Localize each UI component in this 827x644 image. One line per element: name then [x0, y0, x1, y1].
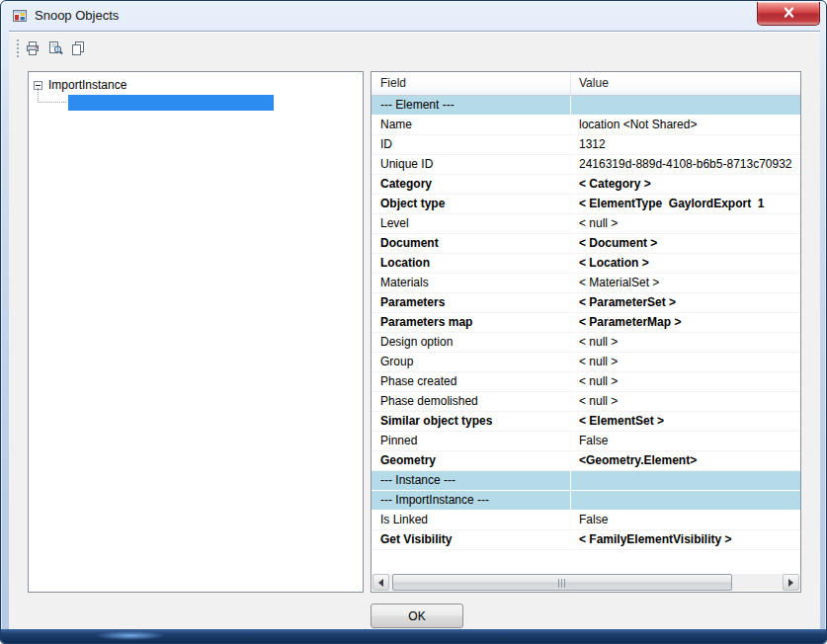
cell-field: Phase demolished [372, 392, 571, 412]
titlebar[interactable]: Snoop Objects [1, 1, 826, 31]
cell-field: Materials [372, 274, 571, 293]
print-icon [25, 40, 42, 56]
triangle-left-icon [378, 579, 383, 587]
window-bottom-frame [1, 629, 826, 643]
table-row[interactable]: --- ImportInstance --- [372, 491, 800, 511]
cell-value: < null > [571, 214, 800, 234]
cell-value: < null > [571, 353, 800, 372]
cell-value: 2416319d-889d-4108-b6b5-8713c70932 [571, 155, 800, 175]
tree-panel: ImportInstance < location <Not Shared> 1… [28, 71, 364, 593]
table-row[interactable]: Geometry <Geometry.Element> [372, 451, 800, 471]
cell-value: False [571, 432, 800, 451]
toolbar-grip-icon[interactable] [17, 40, 20, 57]
cell-value: < MaterialSet > [571, 274, 800, 293]
table-row[interactable]: Location < Location > [372, 254, 800, 274]
table-row[interactable]: Design option < null > [372, 333, 800, 353]
cell-field: Is Linked [372, 511, 571, 530]
cell-field: Phase created [372, 372, 571, 392]
cell-value [571, 491, 800, 511]
toolbar [9, 34, 820, 61]
scrollbar-track[interactable] [389, 574, 783, 591]
cell-value: < null > [571, 333, 800, 353]
table-row[interactable]: Parameters map < ParameterMap > [372, 313, 800, 333]
cell-value: < FamilyElementVisibility > [571, 530, 800, 550]
cell-value [571, 471, 800, 491]
cell-field: --- ImportInstance --- [372, 491, 571, 511]
cell-field: Design option [372, 333, 571, 353]
table-row[interactable]: Materials < MaterialSet > [372, 274, 800, 293]
cell-field: Parameters [372, 293, 571, 313]
print-preview-icon [47, 40, 65, 56]
cell-field: Unique ID [372, 155, 571, 175]
cell-field: Get Visibility [372, 530, 571, 550]
grid-body: --- Element --- Name location <Not Share… [372, 96, 800, 574]
column-header-value[interactable]: Value [571, 72, 800, 95]
dialog-body: ImportInstance < location <Not Shared> 1… [9, 31, 820, 631]
scroll-right-button[interactable] [783, 574, 799, 591]
cell-value: < ElementSet > [571, 412, 800, 432]
cell-value: location <Not Shared> [571, 116, 800, 135]
cell-value: < ParameterMap > [571, 313, 800, 333]
scrollbar-thumb[interactable] [392, 574, 732, 591]
app-icon [12, 8, 28, 24]
cell-field: ID [372, 135, 571, 155]
cell-value: < Location > [571, 254, 800, 274]
table-row[interactable]: Object type < ElementType GaylordExport … [372, 195, 800, 214]
cell-field: Name [372, 116, 571, 135]
table-row[interactable]: Category < Category > [372, 175, 800, 195]
thumb-grip-icon [558, 579, 566, 588]
table-row[interactable]: Level < null > [372, 214, 800, 234]
table-row[interactable]: Pinned False [372, 432, 800, 451]
copy-button[interactable] [68, 38, 90, 59]
table-row[interactable]: ID 1312 [372, 135, 800, 155]
print-preview-button[interactable] [45, 38, 67, 59]
cell-value: < null > [571, 392, 800, 412]
horizontal-scrollbar[interactable] [372, 574, 799, 591]
cell-field: --- Element --- [372, 96, 571, 116]
close-button[interactable] [757, 2, 820, 26]
cell-field: Location [372, 254, 571, 274]
close-icon [782, 5, 796, 23]
triangle-right-icon [788, 579, 793, 587]
ok-button[interactable]: OK [371, 604, 463, 628]
tree-child-label: < location <Not Shared> 1312 > [99, 112, 270, 125]
table-row[interactable]: Unique ID 2416319d-889d-4108-b6b5-8713c7… [372, 155, 800, 175]
tree-connector [38, 88, 66, 103]
copy-icon [70, 40, 88, 56]
cell-value: < Document > [571, 234, 800, 254]
table-row[interactable]: --- Element --- [372, 96, 800, 116]
cell-field: Object type [372, 195, 571, 214]
cell-value: < ParameterSet > [571, 293, 800, 313]
table-row[interactable]: Phase created < null > [372, 372, 800, 392]
table-row[interactable]: --- Instance --- [372, 471, 800, 491]
cell-value: <Geometry.Element> [571, 451, 800, 471]
cell-field: Level [372, 214, 571, 234]
tree-node-location-selected[interactable]: < location <Not Shared> 1312 > [68, 95, 274, 111]
cell-field: Similar object types [372, 412, 571, 432]
table-row[interactable]: Parameters < ParameterSet > [372, 293, 800, 313]
column-header-field[interactable]: Field [372, 72, 571, 95]
snoop-objects-window: Snoop Objects [0, 0, 827, 644]
table-row[interactable]: Is Linked False [372, 511, 800, 530]
table-row[interactable]: Document < Document > [372, 234, 800, 254]
grid-header: Field Value [372, 72, 800, 96]
cell-value: False [571, 511, 800, 530]
cell-field: --- Instance --- [372, 471, 571, 491]
scroll-left-button[interactable] [372, 574, 389, 591]
cell-value [571, 96, 800, 116]
table-row[interactable]: Get Visibility < FamilyElementVisibility… [372, 530, 800, 550]
cell-value: < ElementType GaylordExport 1 [571, 195, 800, 214]
cell-field: Category [372, 175, 571, 195]
window-title: Snoop Objects [35, 1, 119, 30]
table-row[interactable]: Name location <Not Shared> [372, 116, 800, 135]
print-button[interactable] [23, 38, 44, 59]
cell-value: < Category > [571, 175, 800, 195]
table-row[interactable]: Phase demolished < null > [372, 392, 800, 412]
cell-field: Document [372, 234, 571, 254]
table-row[interactable]: Group < null > [372, 353, 800, 372]
cell-field: Pinned [372, 432, 571, 451]
cell-field: Parameters map [372, 313, 571, 333]
field-value-grid: Field Value --- Element --- Name locatio… [371, 71, 801, 593]
cell-value: 1312 [571, 135, 800, 155]
table-row[interactable]: Similar object types < ElementSet > [372, 412, 800, 432]
